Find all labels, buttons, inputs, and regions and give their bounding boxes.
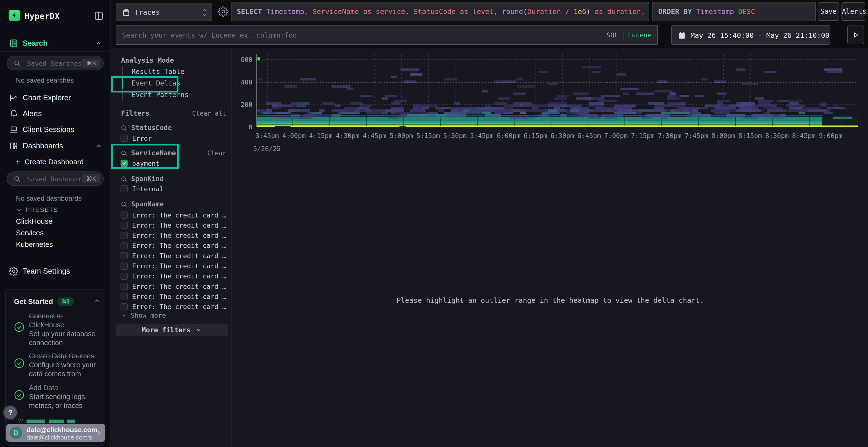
filter-option-spanname[interactable]: Error: The credit card … bbox=[121, 291, 226, 301]
preset-clickhouse[interactable]: ClickHouse bbox=[16, 217, 53, 226]
chevron-up-icon bbox=[95, 142, 102, 149]
database-icon bbox=[122, 8, 131, 18]
sql-select-editor[interactable]: SELECT Timestamp, ServiceName as service… bbox=[231, 2, 649, 21]
chevron-down-icon bbox=[121, 312, 127, 319]
checkbox-unchecked[interactable] bbox=[121, 273, 128, 280]
filter-option-payment[interactable]: payment bbox=[121, 159, 160, 168]
play-icon bbox=[852, 31, 859, 38]
search-icon bbox=[13, 60, 21, 67]
analysis-mode-list: Results Table Event Deltas Event Pattern… bbox=[122, 66, 189, 101]
gear-icon bbox=[9, 267, 18, 276]
checkbox-checked[interactable] bbox=[121, 160, 128, 167]
checkbox-unchecked[interactable] bbox=[121, 252, 128, 260]
clear-all-link[interactable]: Clear all bbox=[192, 110, 226, 117]
source-selector[interactable]: Traces bbox=[116, 3, 212, 21]
checkbox-unchecked[interactable] bbox=[121, 221, 128, 229]
filter-option-spanname[interactable]: Error: The credit card … bbox=[121, 271, 226, 281]
checkbox-unchecked[interactable] bbox=[121, 293, 128, 300]
checkbox-unchecked[interactable] bbox=[121, 232, 128, 239]
user-email: dale@clickhouse.com bbox=[27, 426, 97, 434]
sidebar-item-chart-explorer[interactable]: Chart Explorer bbox=[0, 91, 111, 105]
save-button[interactable]: Save bbox=[818, 2, 839, 21]
sidebar-item-client-sessions[interactable]: Client Sessions bbox=[0, 123, 111, 136]
filters-title: Filters bbox=[121, 109, 150, 117]
chevron-up-icon bbox=[95, 40, 102, 47]
checkbox-unchecked[interactable] bbox=[121, 263, 128, 270]
saved-dashboards-input[interactable]: Saved Dashboards ⌘K bbox=[7, 171, 104, 186]
sidebar-collapse-icon[interactable] bbox=[94, 10, 104, 21]
get-started-progress-badge: 3/3 bbox=[57, 297, 74, 306]
saved-searches-input[interactable]: Saved Searches ⌘K bbox=[7, 56, 104, 70]
preset-kubernetes[interactable]: Kubernetes bbox=[16, 240, 53, 248]
check-circle-icon bbox=[14, 322, 25, 332]
presets-toggle[interactable]: PRESETS bbox=[16, 206, 58, 214]
confetti-icon bbox=[18, 419, 24, 423]
filter-option-internal[interactable]: Internal bbox=[121, 184, 163, 194]
chevron-down-icon bbox=[195, 326, 202, 333]
get-started-title: Get Started bbox=[14, 298, 53, 306]
mode-event-deltas[interactable]: Event Deltas bbox=[123, 77, 189, 89]
filter-option-spanname[interactable]: Error: The credit card … bbox=[121, 281, 226, 291]
search-placeholder: Search your events w/ Lucene ex. column:… bbox=[122, 31, 297, 39]
sidebar-item-dashboards[interactable]: Dashboards bbox=[0, 139, 111, 153]
search-icon bbox=[121, 201, 127, 208]
shortcut-badge: ⌘K bbox=[82, 174, 100, 183]
filter-option-spanname[interactable]: Error: The credit card … bbox=[121, 261, 226, 271]
source-settings-gear-icon[interactable] bbox=[218, 6, 228, 17]
saved-dashboards-placeholder: Saved Dashboards bbox=[27, 175, 90, 183]
filter-option-spanname[interactable]: Error: The credit card … bbox=[121, 210, 226, 220]
chart-line-icon bbox=[9, 93, 18, 102]
checkbox-unchecked[interactable] bbox=[121, 242, 128, 249]
avatar: D bbox=[10, 426, 22, 439]
filter-option-spanname[interactable]: Error: The credit card … bbox=[121, 220, 226, 230]
more-filters-button[interactable]: More filters bbox=[116, 324, 227, 336]
bell-icon bbox=[9, 109, 18, 118]
search-icon bbox=[121, 125, 127, 131]
show-more-link[interactable]: Show more bbox=[121, 312, 166, 319]
filter-option-error[interactable]: Error bbox=[121, 133, 152, 143]
sql-toggle[interactable]: SQL bbox=[607, 31, 618, 39]
chevron-down-icon bbox=[16, 207, 22, 213]
sidebar-item-search[interactable]: Search bbox=[0, 37, 111, 50]
sidebar-item-alerts[interactable]: Alerts bbox=[0, 107, 111, 121]
run-query-button[interactable] bbox=[847, 26, 864, 44]
checkbox-unchecked[interactable] bbox=[121, 283, 128, 290]
heatmap-plot[interactable] bbox=[256, 54, 858, 127]
time-range-picker[interactable]: May 26 15:40:00 - May 26 21:10:00 bbox=[671, 25, 830, 45]
mode-event-patterns[interactable]: Event Patterns bbox=[123, 89, 189, 101]
x-axis-date-label: 5/26/25 bbox=[253, 145, 281, 152]
checkbox-unchecked[interactable] bbox=[121, 211, 128, 219]
filter-option-spanname[interactable]: Error: The credit card … bbox=[121, 302, 226, 312]
filter-option-spanname[interactable]: Error: The credit card … bbox=[121, 231, 226, 240]
help-button[interactable]: ? bbox=[4, 406, 17, 419]
mode-results-table[interactable]: Results Table bbox=[123, 66, 189, 77]
user-menu[interactable]: D dale@clickhouse.com dale@clickhouse.co… bbox=[6, 424, 105, 442]
create-dashboard-button[interactable]: + Create Dashboard bbox=[16, 157, 84, 166]
chevron-up-icon[interactable] bbox=[94, 297, 95, 304]
checkbox-unchecked[interactable] bbox=[121, 303, 128, 310]
lucene-search-input[interactable]: Search your events w/ Lucene ex. column:… bbox=[116, 25, 658, 45]
chevron-right-icon bbox=[95, 429, 103, 437]
checkbox-unchecked[interactable] bbox=[121, 135, 128, 142]
shortcut-badge: ⌘K bbox=[82, 59, 100, 68]
alerts-button[interactable]: Alerts bbox=[841, 2, 865, 21]
time-range-text: May 26 15:40:00 - May 26 21:10:00 bbox=[690, 31, 830, 39]
delta-chart-empty-message: Please highlight an outlier range in the… bbox=[232, 296, 868, 304]
checkbox-unchecked[interactable] bbox=[121, 185, 128, 193]
saved-searches-placeholder: Saved Searches bbox=[27, 60, 82, 67]
brand-title: HyperDX bbox=[25, 11, 60, 21]
filter-option-spanname[interactable]: Error: The credit card … bbox=[121, 241, 226, 250]
filters-panel: Analysis Mode Results Table Event Deltas… bbox=[112, 48, 232, 447]
hyperdx-logo-icon bbox=[9, 10, 20, 21]
lucene-toggle[interactable]: Lucene bbox=[628, 31, 651, 39]
clear-servicename-link[interactable]: Clear bbox=[207, 149, 226, 157]
sidebar-item-team-settings[interactable]: Team Settings bbox=[0, 265, 111, 278]
check-circle-icon bbox=[14, 390, 25, 400]
completed-task-peek bbox=[27, 419, 75, 423]
dashboard-icon bbox=[9, 141, 18, 150]
preset-services[interactable]: Services bbox=[16, 229, 44, 237]
filter-group-spanname: SpanName bbox=[121, 200, 164, 208]
filter-option-spanname[interactable]: Error: The credit card … bbox=[121, 251, 226, 261]
sql-orderby-editor[interactable]: ORDER BY Timestamp DESC bbox=[652, 2, 816, 21]
language-toggle[interactable]: SQL|Lucene bbox=[607, 31, 651, 39]
